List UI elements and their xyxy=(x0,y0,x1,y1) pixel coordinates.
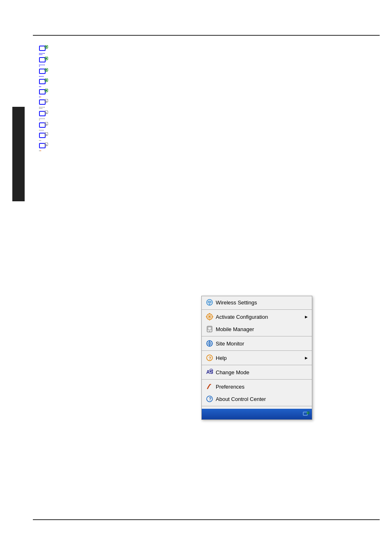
list-item xyxy=(39,68,48,77)
icons-column: × × xyxy=(39,45,48,151)
svg-text:?: ? xyxy=(209,356,212,361)
svg-rect-18 xyxy=(39,111,45,116)
svg-rect-9 xyxy=(39,79,45,84)
change-mode-icon: AS xyxy=(206,368,213,376)
svg-point-41 xyxy=(209,331,210,332)
wireless-settings-icon xyxy=(206,299,213,306)
site-monitor-icon xyxy=(206,340,213,347)
bottom-rule xyxy=(33,519,380,520)
separator-3 xyxy=(202,350,312,351)
activate-config-icon xyxy=(206,313,213,320)
page-container: × × xyxy=(0,0,392,555)
svg-point-2 xyxy=(46,46,47,48)
taskbar-strip xyxy=(202,409,312,419)
svg-point-5 xyxy=(46,58,47,59)
svg-rect-6 xyxy=(39,69,45,74)
change-mode-label: Change Mode xyxy=(216,369,249,375)
menu-item-change-mode[interactable]: AS Change Mode xyxy=(202,366,312,378)
activate-config-arrow: ► xyxy=(304,314,309,319)
preferences-icon xyxy=(206,383,213,390)
list-item xyxy=(39,89,48,97)
context-menu: Wireless Settings Activate Configuration… xyxy=(201,296,312,420)
separator-1 xyxy=(202,309,312,310)
menu-item-help[interactable]: ? Help ► xyxy=(202,352,312,364)
list-item xyxy=(39,78,48,87)
svg-text:×: × xyxy=(46,111,47,114)
svg-text:×: × xyxy=(46,100,47,103)
taskbar-network-icon xyxy=(302,410,310,418)
list-item xyxy=(39,57,48,67)
separator-5 xyxy=(202,379,312,380)
site-monitor-label: Site Monitor xyxy=(216,341,244,347)
menu-item-activate-config[interactable]: Activate Configuration ► xyxy=(202,311,312,323)
about-label: About Control Center xyxy=(216,396,266,402)
svg-rect-21 xyxy=(39,123,45,127)
svg-text:×: × xyxy=(46,143,47,146)
menu-item-about[interactable]: ? About Control Center xyxy=(202,393,312,405)
separator-6 xyxy=(202,406,312,406)
preferences-label: Preferences xyxy=(216,384,244,390)
svg-rect-40 xyxy=(208,327,211,330)
svg-rect-12 xyxy=(39,90,45,94)
svg-point-34 xyxy=(209,316,210,318)
menu-item-site-monitor[interactable]: Site Monitor xyxy=(202,337,312,350)
svg-rect-0 xyxy=(39,46,45,51)
help-arrow: ► xyxy=(304,355,309,360)
list-item xyxy=(39,45,48,55)
svg-rect-27 xyxy=(39,143,45,148)
list-item: × xyxy=(39,122,48,131)
list-item: × xyxy=(39,143,48,151)
about-icon: ? xyxy=(206,395,213,403)
mobile-manager-icon xyxy=(206,325,213,333)
svg-text:×: × xyxy=(46,133,47,136)
svg-rect-3 xyxy=(39,58,45,62)
help-icon: ? xyxy=(206,354,213,362)
svg-point-8 xyxy=(46,69,47,71)
svg-point-53 xyxy=(308,412,309,414)
svg-text:?: ? xyxy=(209,396,212,401)
svg-point-11 xyxy=(46,79,47,81)
separator-4 xyxy=(202,365,312,365)
top-rule xyxy=(33,35,380,36)
list-item: × xyxy=(39,111,48,120)
svg-point-31 xyxy=(209,304,210,305)
svg-rect-15 xyxy=(39,100,45,104)
left-sidebar xyxy=(12,107,25,201)
help-label: Help xyxy=(216,355,227,361)
svg-point-14 xyxy=(46,90,47,91)
mobile-manager-label: Mobile Manager xyxy=(216,326,254,332)
list-item: × xyxy=(39,132,48,141)
wireless-settings-label: Wireless Settings xyxy=(216,299,257,306)
menu-item-preferences[interactable]: Preferences xyxy=(202,380,312,393)
list-item: × xyxy=(39,99,48,109)
separator-2 xyxy=(202,336,312,336)
svg-rect-24 xyxy=(39,133,45,138)
menu-item-mobile-manager[interactable]: Mobile Manager xyxy=(202,323,312,335)
menu-item-wireless-settings[interactable]: Wireless Settings xyxy=(202,296,312,309)
activate-config-label: Activate Configuration xyxy=(216,314,268,320)
svg-text:×: × xyxy=(46,123,47,126)
